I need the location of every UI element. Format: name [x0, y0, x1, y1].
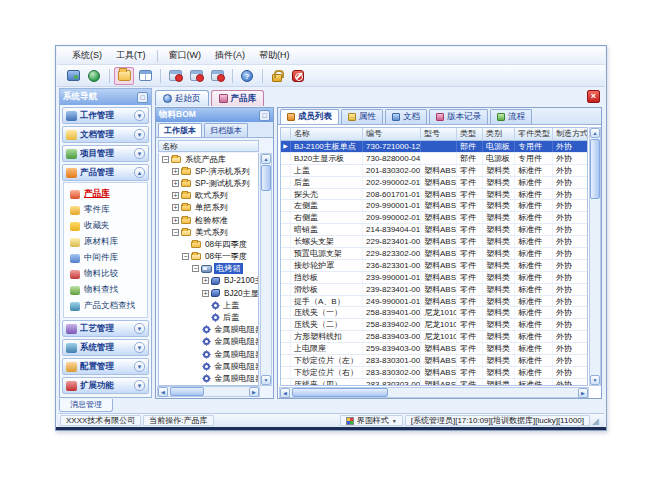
- collapse-icon[interactable]: −: [162, 156, 169, 163]
- table-row[interactable]: 后盖202-990002-01I塑料ABS零件塑料类标准件外协条: [281, 177, 587, 189]
- sidebar-item-favorites[interactable]: 收藏夹: [70, 218, 147, 234]
- table-row[interactable]: ▶BJ-2100主板单点730-721000-12I部件电源板专用件外协颗: [281, 141, 587, 153]
- sidebar-item-material-search[interactable]: 物料查找: [70, 282, 147, 298]
- tree-item[interactable]: 金属膜电阻器: [159, 360, 258, 372]
- tree-item[interactable]: −系统产品库: [159, 153, 258, 165]
- table-row[interactable]: 压线夹（一）258-839401-00I尼龙1010零件塑料类标准件外协条: [281, 307, 587, 319]
- screen-button[interactable]: [63, 67, 83, 85]
- tree-item[interactable]: 金属膜电阻器: [159, 372, 258, 384]
- help-button[interactable]: ?: [237, 67, 257, 85]
- tree-item[interactable]: −美式系列: [159, 226, 258, 238]
- scroll-up-icon[interactable]: ▲: [590, 128, 600, 138]
- column-header-1[interactable]: 名称: [291, 128, 363, 140]
- ui-style-button[interactable]: 界面样式 ▼: [340, 415, 403, 426]
- close-tab-button[interactable]: ×: [587, 90, 600, 103]
- table-row[interactable]: 右侧盖209-990002-01I塑料ABS零件塑料类标准件外协条: [281, 212, 587, 224]
- tab-properties[interactable]: 属性: [341, 109, 383, 124]
- folder-button[interactable]: [114, 67, 134, 85]
- table-row[interactable]: 预置电源支架229-823302-00I塑料ABS零件塑料类标准件外协条: [281, 248, 587, 260]
- column-header-4[interactable]: 类型: [457, 128, 483, 140]
- win3-button[interactable]: [207, 67, 227, 85]
- table-row[interactable]: 下纱定位片（左）283-830301-00I塑料ABS零件塑料类标准件外协条: [281, 355, 587, 367]
- scroll-up-icon[interactable]: ▲: [261, 154, 271, 164]
- scroll-down-icon[interactable]: ▼: [261, 375, 271, 385]
- stop-button[interactable]: [288, 67, 308, 85]
- expand-icon[interactable]: +: [172, 217, 179, 224]
- menu-item-help[interactable]: 帮助(H): [252, 47, 297, 64]
- menu-item-tools[interactable]: 工具(T): [109, 47, 153, 64]
- scroll-down-icon[interactable]: ▼: [590, 375, 600, 385]
- sidebar-item-product-doc-search[interactable]: 产品文档查找: [70, 298, 147, 314]
- table-row[interactable]: 压线夹（四）283-830303-00I塑料ABS零件塑料类标准件外协条: [281, 379, 587, 386]
- scroll-right-icon[interactable]: ▶: [578, 388, 588, 398]
- table-row[interactable]: 暗销盖214-839404-01I塑料ABS零件塑料类标准件外协条: [281, 224, 587, 236]
- tree-item[interactable]: 08年四季度: [159, 238, 258, 250]
- sidebar-item-intermediate-library[interactable]: 中间件库: [70, 250, 147, 266]
- table-row[interactable]: 提手（A、B）249-990001-01I塑料ABS零件塑料类标准件外协条: [281, 296, 587, 308]
- bom-panel-menu-icon[interactable]: □: [259, 110, 270, 121]
- column-header-6[interactable]: 零件类型: [515, 128, 553, 140]
- sidebar-item-raw-material-library[interactable]: 原材料库: [70, 234, 147, 250]
- tab-documents[interactable]: 文档: [385, 109, 427, 124]
- scroll-left-icon[interactable]: ◀: [280, 388, 290, 398]
- menu-item-plugins[interactable]: 插件(A): [208, 47, 252, 64]
- sidebar-item-product-library[interactable]: 产品库: [70, 186, 147, 202]
- tab-archived-version[interactable]: 归档版本: [204, 123, 248, 137]
- tab-working-version[interactable]: 工作版本: [158, 123, 202, 137]
- sidebar-section-product[interactable]: 产品管理▲: [62, 164, 149, 181]
- tree-item[interactable]: +SP-测试机系列: [159, 177, 258, 189]
- tree-item[interactable]: −08年一季度: [159, 251, 258, 263]
- table-row[interactable]: 上盖201-830302-00I塑料ABS零件塑料类标准件外协条: [281, 165, 587, 177]
- expand-icon[interactable]: +: [172, 204, 179, 211]
- sidebar-section-project[interactable]: 项目管理▼: [62, 145, 149, 162]
- chevron-down-icon[interactable]: ▼: [134, 361, 145, 372]
- table-row[interactable]: 长螺头支架229-823401-00I塑料ABS零件塑料类标准件外协条: [281, 236, 587, 248]
- tab-product-library[interactable]: 产品库: [211, 90, 265, 106]
- table-hscroll-thumb[interactable]: [292, 388, 388, 397]
- table-vertical-scrollbar[interactable]: ▲ ▼: [589, 127, 601, 386]
- sidebar-item-material-compare[interactable]: 物料比较: [70, 266, 147, 282]
- chevron-down-icon[interactable]: ▼: [134, 323, 145, 334]
- tree-item[interactable]: 后盖: [159, 311, 258, 323]
- tree-item[interactable]: +SP-演示机系列: [159, 165, 258, 177]
- chevron-down-icon[interactable]: ▼: [134, 342, 145, 353]
- table-row[interactable]: 接纱轮护罩236-823301-00I塑料ABS零件塑料类标准件外协条: [281, 260, 587, 272]
- tree-item[interactable]: 金属膜电阻器: [159, 348, 258, 360]
- column-header-5[interactable]: 类别: [483, 128, 515, 140]
- sidebar-section-config[interactable]: 配置管理▼: [62, 358, 149, 375]
- tree-item[interactable]: +BJ20主显示板: [159, 287, 258, 299]
- tree-hscroll-thumb[interactable]: [170, 387, 204, 396]
- tree-item[interactable]: +单把系列: [159, 202, 258, 214]
- message-tab[interactable]: 消息管理: [59, 399, 113, 412]
- chevron-up-icon[interactable]: ▲: [134, 167, 145, 178]
- table-row[interactable]: 下纱定位片（右）283-830302-00I塑料ABS零件塑料类标准件外协条: [281, 367, 587, 379]
- table-row[interactable]: 方形塑料线扣258-839403-00I尼龙1010零件塑料类标准件外协条: [281, 331, 587, 343]
- table-row[interactable]: 压线夹（二）258-839402-00I尼龙1010零件塑料类标准件外协条: [281, 319, 587, 331]
- tree-item[interactable]: −电烤箱: [159, 263, 258, 275]
- chevron-down-icon[interactable]: ▼: [134, 110, 145, 121]
- collapse-icon[interactable]: −: [182, 253, 189, 260]
- sidebar-section-system[interactable]: 系统管理▼: [62, 339, 149, 356]
- column-header-7[interactable]: 制造方式: [553, 128, 588, 140]
- column-header-2[interactable]: 编号: [363, 128, 421, 140]
- table-row[interactable]: 挡纱板239-990001-01I塑料ABS零件塑料类标准件外协条: [281, 272, 587, 284]
- tree-item[interactable]: 上盖: [159, 299, 258, 311]
- tab-member-list[interactable]: 成员列表: [280, 109, 339, 124]
- tab-workflow[interactable]: 流程: [490, 109, 532, 124]
- sidebar-section-document[interactable]: 文档管理▼: [62, 126, 149, 143]
- table-vscroll-thumb[interactable]: [590, 139, 600, 199]
- win1-button[interactable]: [165, 67, 185, 85]
- globe-button[interactable]: [84, 67, 104, 85]
- table-horizontal-scrollbar[interactable]: ◀ ▶: [279, 387, 589, 398]
- tab-version-record[interactable]: 版本记录: [429, 109, 488, 124]
- table-row[interactable]: 探头壳208-601701-01I塑料ABS零件塑料类标准件外协条: [281, 189, 587, 201]
- table-row[interactable]: 左侧盖209-990001-01I塑料ABS零件塑料类标准件外协条: [281, 200, 587, 212]
- collapse-icon[interactable]: −: [192, 265, 199, 272]
- expand-icon[interactable]: +: [202, 290, 209, 297]
- resize-grip[interactable]: ◢: [592, 416, 602, 426]
- lock-button[interactable]: [267, 67, 287, 85]
- expand-icon[interactable]: +: [172, 168, 179, 175]
- tree-item[interactable]: +欧式系列: [159, 190, 258, 202]
- scroll-left-icon[interactable]: ◀: [158, 387, 168, 397]
- chevron-down-icon[interactable]: ▼: [134, 380, 145, 391]
